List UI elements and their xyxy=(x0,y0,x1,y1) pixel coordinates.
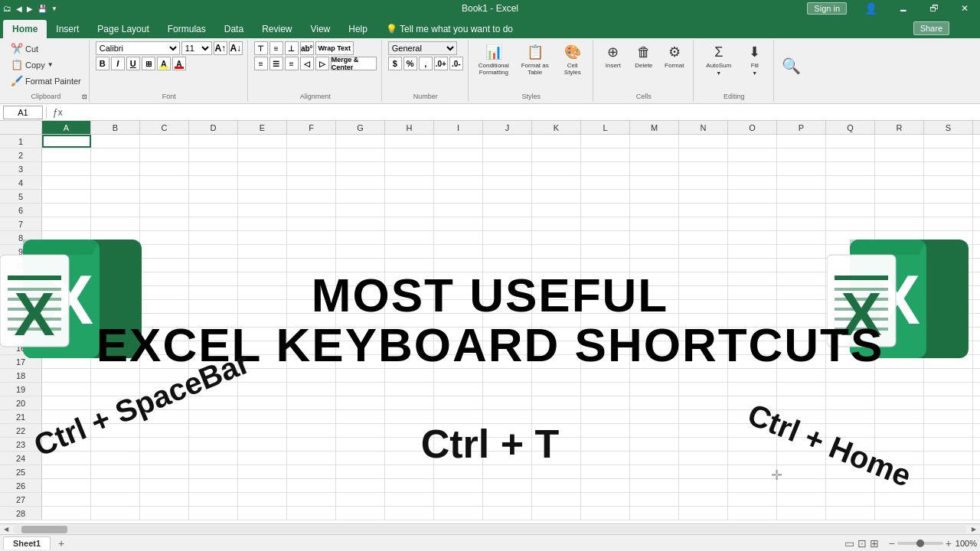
grid-cell[interactable] xyxy=(875,424,924,437)
grid-cell[interactable] xyxy=(385,465,434,478)
grid-cell[interactable] xyxy=(434,190,483,203)
grid-cell[interactable] xyxy=(581,286,630,299)
grid-cell[interactable] xyxy=(532,135,581,148)
grid-cell[interactable] xyxy=(287,314,336,327)
grid-cell[interactable] xyxy=(189,135,238,148)
autosum-button[interactable]: Σ AutoSum ▼ xyxy=(700,42,738,78)
row-header-25[interactable]: 25 xyxy=(0,465,42,478)
row-header-27[interactable]: 27 xyxy=(0,493,42,506)
grid-cell[interactable] xyxy=(91,493,140,506)
grid-cell[interactable] xyxy=(189,507,238,520)
grid-cell[interactable] xyxy=(287,479,336,492)
grid-cell[interactable] xyxy=(777,314,826,327)
grid-cell[interactable] xyxy=(336,286,385,299)
redo-icon[interactable]: ▶ xyxy=(27,5,33,13)
function-icon[interactable]: ƒx xyxy=(50,107,66,118)
grid-cell[interactable] xyxy=(924,162,973,175)
grid-cell[interactable] xyxy=(385,479,434,492)
grid-cell[interactable] xyxy=(581,355,630,368)
grid-cell[interactable] xyxy=(385,190,434,203)
grid-cell[interactable] xyxy=(238,176,287,189)
grid-cell[interactable] xyxy=(679,162,728,175)
zoom-slider-thumb[interactable] xyxy=(916,540,924,547)
grid-cell[interactable] xyxy=(385,176,434,189)
grid-cell[interactable] xyxy=(385,507,434,520)
grid-cell[interactable] xyxy=(189,314,238,327)
grid-cell[interactable] xyxy=(238,438,287,451)
grid-cell[interactable] xyxy=(483,452,532,465)
grid-cell[interactable] xyxy=(336,383,385,396)
wrap-text-button[interactable]: Wrap Text xyxy=(315,41,354,55)
grid-cell[interactable] xyxy=(777,452,826,465)
sheet-tab-sheet1[interactable]: Sheet1 xyxy=(3,536,51,549)
grid-cell[interactable] xyxy=(336,300,385,313)
grid-cell[interactable] xyxy=(630,300,679,313)
grid-cell[interactable] xyxy=(42,162,91,175)
grid-cell[interactable] xyxy=(679,465,728,478)
grid-cell[interactable] xyxy=(924,424,973,437)
border-button[interactable]: ⊞ xyxy=(142,57,155,70)
grid-cell[interactable] xyxy=(42,493,91,506)
grid-cell[interactable] xyxy=(924,438,973,451)
tab-review[interactable]: Review xyxy=(253,20,301,38)
grid-cell[interactable] xyxy=(581,259,630,272)
format-table-button[interactable]: 📋 Format asTable xyxy=(516,41,554,78)
grid-cell[interactable] xyxy=(826,479,875,492)
grid-cell[interactable] xyxy=(385,300,434,313)
grid-cell[interactable] xyxy=(287,245,336,258)
grid-cell[interactable] xyxy=(287,300,336,313)
grid-cell[interactable] xyxy=(238,204,287,217)
grid-cell[interactable] xyxy=(434,328,483,341)
grid-cell[interactable] xyxy=(189,493,238,506)
grid-cell[interactable] xyxy=(189,259,238,272)
grid-cell[interactable] xyxy=(924,479,973,492)
grid-cell[interactable] xyxy=(336,259,385,272)
grid-cell[interactable] xyxy=(973,217,980,230)
grid-cell[interactable] xyxy=(434,507,483,520)
grid-cell[interactable] xyxy=(42,396,91,409)
fill-color-button[interactable]: A xyxy=(157,57,171,70)
grid-cell[interactable] xyxy=(532,245,581,258)
cut-button[interactable]: ✂️ Cut xyxy=(8,41,84,56)
comma-button[interactable]: , xyxy=(419,57,433,70)
grid-cell[interactable] xyxy=(238,328,287,341)
row-header-23[interactable]: 23 xyxy=(0,438,42,451)
grid-cell[interactable] xyxy=(385,424,434,437)
grid-cell[interactable] xyxy=(924,204,973,217)
grid-cell[interactable] xyxy=(91,135,140,148)
grid-cell[interactable] xyxy=(777,272,826,285)
grid-cell[interactable] xyxy=(483,135,532,148)
grid-cell[interactable] xyxy=(287,355,336,368)
grid-cell[interactable] xyxy=(238,148,287,161)
grid-cell[interactable] xyxy=(189,369,238,382)
indent-increase-button[interactable]: ▷ xyxy=(315,57,329,70)
grid-cell[interactable] xyxy=(581,479,630,492)
col-header-n[interactable]: N xyxy=(679,121,728,134)
grid-cell[interactable] xyxy=(777,438,826,451)
grid-cell[interactable] xyxy=(385,493,434,506)
grid-cell[interactable] xyxy=(336,162,385,175)
grid-cell[interactable] xyxy=(140,424,189,437)
grid-cell[interactable] xyxy=(581,410,630,423)
row-header-5[interactable]: 5 xyxy=(0,190,42,203)
grid-cell[interactable] xyxy=(532,328,581,341)
grid-cell[interactable] xyxy=(91,383,140,396)
grid-cell[interactable] xyxy=(777,259,826,272)
grid-cell[interactable] xyxy=(630,217,679,230)
grid-cell[interactable] xyxy=(777,245,826,258)
grid-cell[interactable] xyxy=(189,410,238,423)
grid-cell[interactable] xyxy=(826,204,875,217)
save-icon[interactable]: 💾 xyxy=(38,5,47,13)
grid-cell[interactable] xyxy=(826,162,875,175)
grid-cell[interactable] xyxy=(483,410,532,423)
grid-cell[interactable] xyxy=(532,410,581,423)
grid-cell[interactable] xyxy=(434,148,483,161)
grid-cell[interactable] xyxy=(434,314,483,327)
tab-formulas[interactable]: Formulas xyxy=(158,20,215,38)
grid-cell[interactable] xyxy=(777,465,826,478)
col-header-e[interactable]: E xyxy=(238,121,287,134)
grid-cell[interactable] xyxy=(483,245,532,258)
grid-cell[interactable] xyxy=(532,300,581,313)
grid-cell[interactable] xyxy=(189,245,238,258)
grid-cell[interactable] xyxy=(679,410,728,423)
